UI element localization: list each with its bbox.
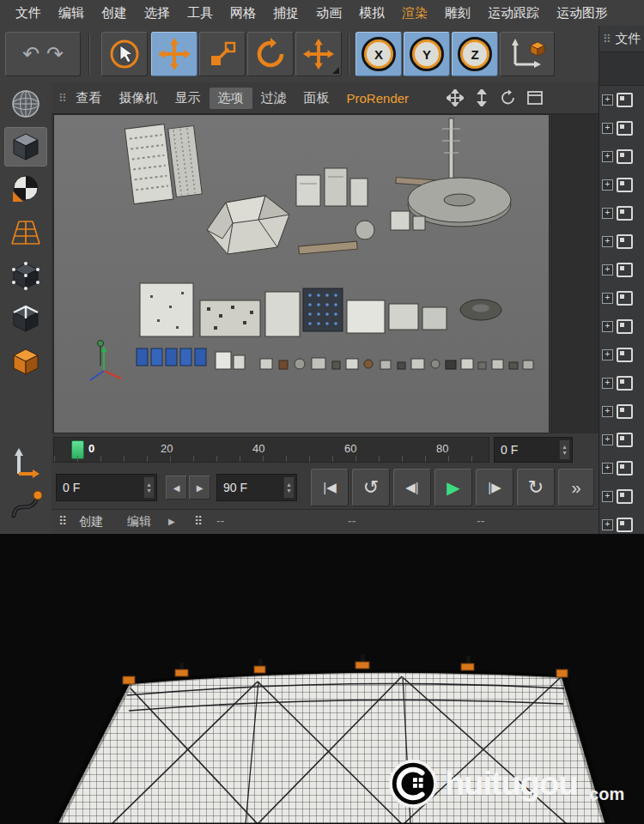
coordinate-system-button[interactable] [500,32,555,76]
convert-tool[interactable] [4,84,47,124]
model-mode-tool[interactable] [4,127,47,167]
redo-icon[interactable]: ↷ [46,42,64,66]
prev-key-button[interactable]: ◀ [166,476,187,500]
object-row[interactable]: + [599,227,644,256]
workplane-tool[interactable] [4,213,47,252]
expand-icon[interactable]: + [602,434,613,445]
expand-icon[interactable]: + [602,293,613,304]
object-row[interactable]: + [599,482,644,511]
viewport-pan-icon[interactable] [445,88,465,108]
start-frame-spinner[interactable]: ▴ ▾ [143,476,155,499]
lock-x-axis-button[interactable]: X [355,32,402,76]
goto-start-button[interactable]: |◀ [311,469,349,506]
flyout-arrow-icon[interactable]: ▶ [168,517,175,526]
menu-file[interactable]: 文件 [7,5,50,21]
panel-grip-icon[interactable]: ⠿ [603,33,612,45]
menu-motion-tracker[interactable]: 运动跟踪 [479,5,548,21]
move-tool[interactable] [151,32,197,76]
vp-menu-options[interactable]: 选项 [210,88,252,109]
object-row[interactable]: + [599,142,644,171]
start-frame-field[interactable]: 0 F ▴ ▾ [56,474,157,501]
object-row[interactable]: + [599,426,644,454]
undo-icon[interactable]: ↶ [22,42,39,66]
menu-mograph[interactable]: 运动图形 [548,5,617,21]
menu-edit[interactable]: 编辑 [50,5,93,21]
menu-sculpt[interactable]: 雕刻 [436,5,479,21]
rotate-tool[interactable] [247,32,294,76]
viewport-rotate-icon[interactable] [498,88,519,108]
expand-icon[interactable]: + [602,236,613,247]
scale-tool[interactable] [199,32,246,76]
panel-grip-icon[interactable]: ⠿ [194,514,204,528]
object-row[interactable]: + [599,86,644,114]
edges-mode-tool[interactable] [4,299,47,338]
loop-button[interactable]: ↻ [517,469,555,506]
expand-icon[interactable]: + [602,123,613,134]
vp-menu-panel[interactable]: 面板 [295,88,338,109]
menu-create[interactable]: 创建 [93,5,136,21]
last-used-tool[interactable] [295,32,342,76]
expand-icon[interactable]: + [602,208,613,219]
model-tall-buildings[interactable] [125,121,202,204]
menu-animate[interactable]: 动画 [307,5,350,21]
current-frame-field[interactable]: 0 F ▴ ▾ [494,437,573,463]
end-frame-spinner[interactable]: ▴ ▾ [283,476,295,499]
viewport-canvas[interactable] [54,115,550,433]
spline-magnet-tool[interactable] [4,484,47,524]
model-sphere[interactable] [355,221,374,239]
expand-icon[interactable]: + [602,378,613,389]
menu-render[interactable]: 渲染 [393,5,436,21]
timeline-ruler[interactable]: 0 20 40 60 80 [53,437,489,463]
expand-icon[interactable]: + [602,349,613,360]
object-manager-file-menu[interactable]: 文件 [616,31,641,47]
lock-z-axis-button[interactable]: Z [452,32,498,76]
prev-frame-button[interactable]: ◀| [393,469,431,506]
viewport-3d[interactable] [53,114,550,433]
object-row[interactable]: + [599,397,644,426]
live-selection-tool[interactable] [101,32,148,76]
end-frame-field[interactable]: 90 F ▴ ▾ [216,474,297,501]
expand-icon[interactable]: + [602,264,613,276]
vp-menu-camera[interactable]: 摄像机 [111,88,167,109]
menu-simulate[interactable]: 模拟 [350,5,393,21]
expand-icon[interactable]: + [602,151,613,162]
spinner-down-icon[interactable]: ▾ [562,450,566,456]
object-row[interactable]: + [599,256,644,284]
lock-y-axis-button[interactable]: Y [404,32,450,76]
object-row[interactable]: + [599,454,644,482]
status-menu-edit[interactable]: 编辑 [127,514,151,530]
spinner-down-icon[interactable]: ▾ [287,488,290,494]
object-row[interactable]: + [599,284,644,312]
menu-tools[interactable]: 工具 [179,5,222,21]
object-row[interactable]: + [599,199,644,227]
viewport-maximize-icon[interactable] [525,88,545,108]
vp-menu-prorender[interactable]: ProRender [338,88,418,108]
menu-mesh[interactable]: 网格 [222,5,264,21]
object-row[interactable]: + [599,511,644,534]
object-row[interactable]: + [599,312,644,341]
vp-menu-display[interactable]: 显示 [167,88,210,109]
expand-icon[interactable]: + [602,179,613,191]
expand-icon[interactable]: + [602,406,613,417]
object-row[interactable]: + [599,341,644,369]
panel-grip-icon[interactable]: ⠿ [58,514,68,528]
play-reverse-button[interactable]: ↺ [352,469,390,506]
polygons-mode-tool[interactable] [4,342,47,381]
vp-menu-view[interactable]: 查看 [68,88,111,109]
expand-icon[interactable]: + [602,519,613,530]
goto-end-button[interactable]: » [558,469,594,506]
next-frame-button[interactable]: |▶ [476,469,513,506]
menu-select[interactable]: 选择 [136,5,179,21]
vp-menu-filter[interactable]: 过滤 [252,88,295,109]
panel-grip-icon[interactable]: ⠿ [58,92,68,105]
object-row[interactable]: + [599,369,644,397]
viewport-dolly-icon[interactable] [471,88,492,108]
object-row[interactable]: + [599,171,644,199]
spinner-down-icon[interactable]: ▾ [147,488,150,494]
menu-snap[interactable]: 捕捉 [264,5,307,21]
play-forward-button[interactable]: ▶ [434,469,472,506]
expand-icon[interactable]: + [602,491,613,502]
expand-icon[interactable]: + [602,463,613,474]
enable-axis-tool[interactable] [4,443,47,482]
frame-spinner[interactable]: ▴ ▾ [559,439,570,460]
